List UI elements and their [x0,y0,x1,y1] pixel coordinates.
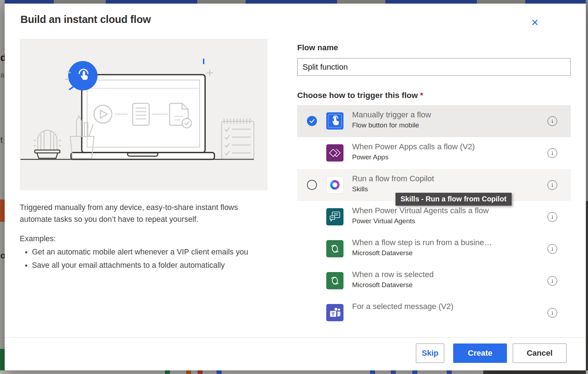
backdrop-text-fragment: o [0,251,5,261]
create-button[interactable]: Create [453,343,507,363]
backdrop-icon-fragment [186,370,191,374]
trigger-subtitle: Power Virtual Agents [352,217,415,225]
info-glyph: i [551,278,553,284]
backdrop-bar-segment [246,0,337,4]
trigger-row-dataverse-flow-step[interactable]: When a flow step is run from a busine… M… [297,233,571,265]
examples-list: Get an automatic mobile alert whenever a… [23,246,257,272]
manual-trigger-icon [326,112,343,130]
trigger-row-dataverse-row-selected[interactable]: When a row is selected Microsoft Dataver… [297,265,571,297]
backdrop-bar-segment [337,0,385,4]
close-icon: ✕ [531,17,539,28]
build-instant-flow-dialog: Build an instant cloud flow ✕ [5,4,586,370]
backdrop-bar-segment [197,0,246,4]
power-virtual-agents-icon [326,208,343,225]
trigger-title: Manually trigger a flow [352,110,546,120]
info-glyph: i [551,150,553,156]
info-glyph: i [551,214,553,220]
trigger-row-power-apps[interactable]: When Power Apps calls a flow (V2) Power … [297,137,571,169]
backdrop-icon-fragment [165,370,170,374]
backdrop-text-fragment: t [0,135,3,145]
info-glyph: i [551,310,553,316]
required-asterisk: * [420,91,423,100]
backdrop-icon-fragment [370,370,375,374]
trigger-subtitle: Flow button for mobile [352,121,419,129]
trigger-title: For a selected message (V2) [352,302,546,311]
tooltip: Skills - Run a flow from Copilot [395,193,512,206]
trigger-row-manually-trigger-a-flow[interactable]: Manually trigger a flow Flow button for … [297,105,571,137]
teams-icon [326,304,343,321]
illustration-graphic [20,39,267,190]
info-glyph: i [551,182,553,188]
backdrop-bar-segment [106,0,197,4]
dialog-title: Build an instant cloud flow [20,14,151,25]
backdrop-bar-segment [525,0,588,4]
trigger-row-teams-selected-message[interactable]: For a selected message (V2) i [297,297,571,321]
radio-unselected[interactable] [307,180,317,190]
trigger-subtitle: Microsoft Dataverse [352,281,413,289]
trigger-title: When Power Virtual Agents calls a flow [352,206,546,215]
backdrop-text-fragment: d [0,52,5,64]
backdrop-icon-fragment [391,370,396,374]
example-item: Save all your email attachments to a fol… [32,259,257,271]
backdrop-icon-fragment [217,370,222,374]
skip-button[interactable]: Skip [416,343,444,363]
trigger-subtitle: Skills [352,185,368,193]
footer-divider [5,337,586,338]
example-item: Get an automatic mobile alert whenever a… [32,246,257,258]
info-icon[interactable]: i [547,212,557,222]
info-icon[interactable]: i [547,308,557,318]
backdrop-icon-fragment [483,370,586,374]
info-glyph: i [551,118,553,124]
trigger-row-power-virtual-agents[interactable]: When Power Virtual Agents calls a flow P… [297,201,571,233]
dataverse-icon [326,272,343,289]
backdrop-bar-segment [0,0,54,4]
info-icon[interactable]: i [547,148,557,158]
screen: d a t o Build an instant cloud flow ✕ [0,0,588,374]
examples-label: Examples: [20,234,56,243]
backdrop-bar-segment [477,0,525,4]
info-glyph: i [551,246,553,252]
flow-name-label: Flow name [297,43,338,52]
trigger-section-label: Choose how to trigger this flow * [297,91,423,100]
backdrop-right-strip [586,201,588,374]
trigger-subtitle: Power Apps [352,153,388,161]
backdrop-orange-fragment [0,200,5,222]
info-icon[interactable]: i [547,116,557,126]
trigger-title: When a row is selected [352,270,546,279]
flow-name-input[interactable] [297,58,571,76]
trigger-list: Manually trigger a flow Flow button for … [297,105,571,321]
power-apps-icon [326,144,343,162]
info-icon[interactable]: i [547,244,557,254]
info-icon[interactable]: i [547,276,557,286]
backdrop-icon-fragment [447,370,452,374]
trigger-section-text: Choose how to trigger this flow [297,91,418,100]
close-button[interactable]: ✕ [527,14,543,31]
trigger-title: Run a flow from Copilot [352,174,546,183]
backdrop-bar-segment [54,0,106,4]
radio-selected-icon[interactable] [307,116,317,126]
info-icon[interactable]: i [547,180,557,190]
backdrop-left-strip: d a t o [0,0,5,374]
backdrop-icon-fragment [412,370,417,374]
backdrop-icon-fragment [198,370,203,374]
backdrop-bar-segment [385,0,477,4]
backdrop-right-strip [586,0,588,201]
instant-flow-illustration [20,39,267,190]
backdrop-text-fragment: a [0,71,4,79]
cancel-button[interactable]: Cancel [513,343,566,363]
trigger-title: When Power Apps calls a flow (V2) [352,142,546,151]
flow-description: Triggered manually from any device, easy… [20,202,269,225]
copilot-icon [326,176,343,193]
dataverse-icon [326,240,343,257]
trigger-title: When a flow step is run from a busine… [352,238,546,247]
trigger-subtitle: Microsoft Dataverse [352,249,413,257]
